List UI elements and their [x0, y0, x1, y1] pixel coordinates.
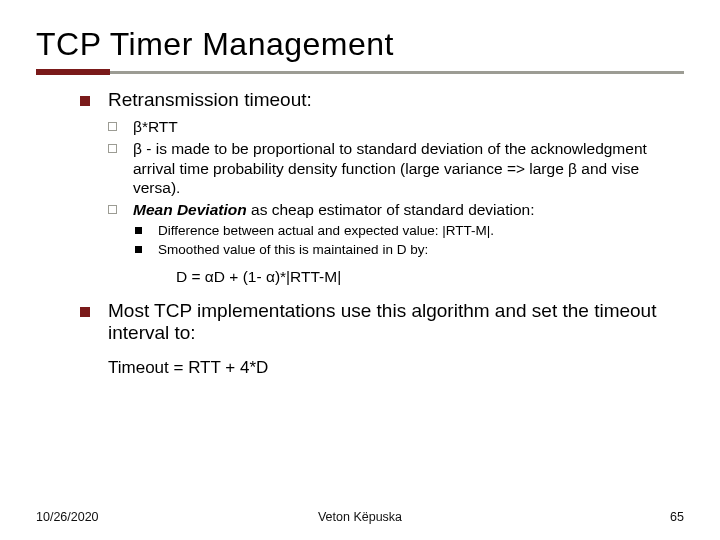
square-bullet-icon — [80, 307, 90, 317]
slide: TCP Timer Management Retransmission time… — [0, 0, 720, 540]
bullet-l1: Retransmission timeout: — [80, 89, 684, 111]
bullet-text: Difference between actual and expected v… — [158, 222, 494, 240]
title-rule — [36, 69, 684, 75]
bullet-text: β*RTT — [133, 117, 178, 137]
small-square-icon — [135, 227, 142, 234]
bullet-l3: Smoothed value of this is maintained in … — [135, 241, 684, 259]
slide-title: TCP Timer Management — [36, 26, 684, 63]
small-square-icon — [135, 246, 142, 253]
formula-timeout: Timeout = RTT + 4*D — [108, 358, 684, 378]
rule-line — [110, 71, 684, 74]
footer-author: Veton Këpuska — [0, 510, 720, 524]
bullet-l3-group: Difference between actual and expected v… — [108, 222, 684, 258]
bullet-l2: β*RTT — [108, 117, 684, 137]
bullet-text: β - is made to be proportional to standa… — [133, 139, 684, 198]
bullet-text: Mean Deviation as cheap estimator of sta… — [133, 200, 534, 220]
bullet-l2: Mean Deviation as cheap estimator of sta… — [108, 200, 684, 220]
bullet-text: Retransmission timeout: — [108, 89, 312, 111]
bullet-l1: Most TCP implementations use this algori… — [80, 300, 684, 344]
bullet-text: Smoothed value of this is maintained in … — [158, 241, 428, 259]
square-bullet-icon — [80, 96, 90, 106]
hollow-square-icon — [108, 144, 117, 153]
bullet-text-rest: as cheap estimator of standard deviation… — [247, 201, 535, 218]
footer: 10/26/2020 Veton Këpuska 65 — [0, 510, 720, 524]
hollow-square-icon — [108, 122, 117, 131]
rule-accent — [36, 69, 110, 75]
bullet-text: Most TCP implementations use this algori… — [108, 300, 684, 344]
bullet-l2: β - is made to be proportional to standa… — [108, 139, 684, 198]
formula-d: D = αD + (1- α)*|RTT-M| — [176, 268, 684, 286]
emphasis: Mean Deviation — [133, 201, 247, 218]
bullet-l3: Difference between actual and expected v… — [135, 222, 684, 240]
hollow-square-icon — [108, 205, 117, 214]
body: Retransmission timeout: β*RTT β - is mad… — [36, 89, 684, 378]
bullet-l2-group: β*RTT β - is made to be proportional to … — [80, 117, 684, 258]
